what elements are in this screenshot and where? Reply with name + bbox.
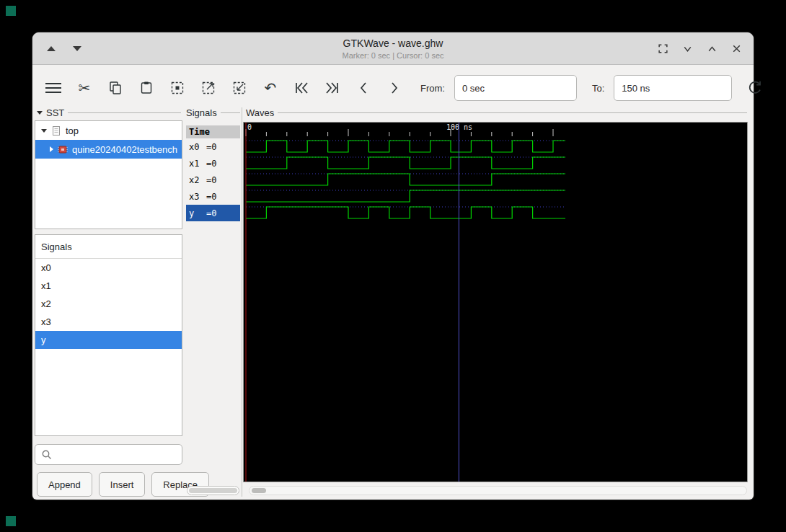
to-time-input[interactable] [614,75,732,101]
signal-column-label: Signals [186,107,240,118]
signals-list-item[interactable]: x0 [35,259,182,277]
zoom-fit-icon [169,80,185,96]
skip-to-end-icon [324,80,341,96]
pane-collapse-down-button[interactable] [73,46,81,51]
wave-canvas[interactable]: 0100 ns [244,123,747,482]
tree-item-label: top [66,125,79,136]
pane-splitter[interactable] [242,107,242,497]
signals-list-panel: Signals x0 x1 x2 x3 y [35,234,182,436]
desktop-artifact [6,6,16,16]
tree-item-testbench[interactable]: quine20240402testbench [35,140,182,159]
search-icon [41,449,52,460]
titlebar-right-controls [658,32,742,64]
from-time-input[interactable] [454,75,577,101]
signal-name-row[interactable]: x1=0 [186,155,240,172]
module-doc-icon [51,125,61,136]
sst-collapse-icon[interactable] [37,111,43,115]
titlebar: GTKWave - wave.ghw Marker: 0 sec | Curso… [32,32,754,65]
signals-list-item[interactable]: x2 [35,295,182,313]
signal-name-column: x0=0 x1=0 x2=0 x3=0 y=0 [186,138,240,221]
waveform-plot: 0100 ns [244,123,747,482]
signal-name-row[interactable]: x2=0 [186,172,240,188]
insert-button[interactable]: Insert [99,472,146,497]
paste-icon [138,80,154,96]
search-input[interactable] [56,448,176,461]
desktop: GTKWave - wave.ghw Marker: 0 sec | Curso… [0,0,786,532]
next-edge-button[interactable] [384,77,405,99]
waves-hscrollbar[interactable] [249,486,747,495]
zoom-in-icon [200,80,216,96]
chevron-right-icon [388,80,401,96]
signals-list-item[interactable]: x1 [35,277,182,295]
zoom-out-icon [231,80,247,96]
chevron-up-icon [707,43,717,54]
reload-icon [746,79,764,97]
zoom-in-button[interactable] [198,77,219,99]
desktop-artifact [6,516,16,526]
fullscreen-button[interactable] [658,43,668,54]
skip-to-start-icon [293,80,310,96]
minimize-button[interactable] [682,43,693,54]
time-column-header: Time [186,125,240,138]
window-title: GTKWave - wave.ghw [342,37,443,49]
svg-text:100 ns: 100 ns [446,123,472,131]
from-label: From: [420,83,445,94]
signals-list-title: Signals [35,235,182,259]
titlebar-left-controls [47,32,81,64]
pane-collapse-up-button[interactable] [47,46,56,51]
tree-item-label: quine20240402testbench [72,144,177,155]
signal-name-row[interactable]: x0=0 [186,138,240,155]
signal-name-row[interactable]: x3=0 [186,188,240,205]
names-hscrollbar[interactable] [187,486,239,495]
prev-edge-button[interactable] [353,77,374,99]
window-title-group: GTKWave - wave.ghw Marker: 0 sec | Curso… [342,37,443,60]
scrollbar-thumb[interactable] [252,488,266,493]
toolbar: ✂ ↶ [32,66,754,110]
paste-button[interactable] [136,77,157,99]
menu-button[interactable] [43,77,64,99]
copy-button[interactable] [105,77,126,99]
chevron-left-icon [357,80,370,96]
tree-item-top[interactable]: top [35,121,182,140]
gtkwave-window: GTKWave - wave.ghw Marker: 0 sec | Curso… [32,32,754,500]
scrollbar-thumb[interactable] [189,488,237,493]
fullscreen-icon [658,43,668,54]
svg-text:0: 0 [247,123,252,131]
seek-start-button[interactable] [291,77,312,99]
maximize-button[interactable] [707,43,717,54]
undo-icon: ↶ [265,81,277,95]
reload-button[interactable] [744,77,766,99]
to-label: To: [592,83,604,94]
copy-icon [107,80,123,96]
undo-button[interactable]: ↶ [260,77,281,99]
expander-right-icon [50,146,53,152]
seek-end-button[interactable] [322,77,343,99]
waves-frame-label: Waves [246,107,747,118]
signal-search-box [35,444,182,465]
append-button[interactable]: Append [37,472,92,497]
sst-frame-label: SST [37,107,181,118]
scissors-icon: ✂ [79,81,91,95]
signals-list-item-selected[interactable]: y [35,331,182,349]
cut-button[interactable]: ✂ [74,77,95,99]
chevron-down-icon [682,43,693,54]
expander-down-icon [41,129,47,133]
close-button[interactable] [731,43,742,54]
sst-label-text: SST [46,107,64,118]
zoom-fit-button[interactable] [167,77,188,99]
hamburger-menu-icon [44,80,63,96]
signals-list-item[interactable]: x3 [35,313,182,331]
sst-tree: top quine20240402testbench [35,120,182,229]
signal-action-buttons: Append Insert Replace [37,472,209,497]
close-icon [731,43,742,54]
testbench-chip-icon [58,144,68,154]
marker-cursor-status: Marker: 0 sec | Cursor: 0 sec [342,51,443,60]
signal-name-row-selected[interactable]: y=0 [186,205,240,221]
zoom-out-button[interactable] [229,77,250,99]
